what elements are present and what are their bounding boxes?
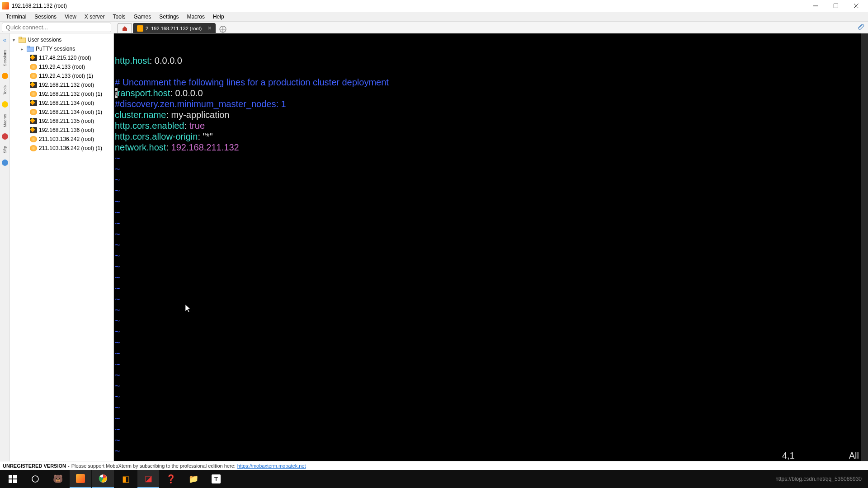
session-item[interactable]: 192.168.211.134 (root) (1) [10,108,113,117]
task-app-4[interactable]: ◪ [137,470,159,488]
rail-dot-icon [2,73,8,79]
vim-empty-line: ~ [115,326,867,337]
start-button[interactable] [2,470,24,488]
expander-icon[interactable]: ▸ [21,47,25,52]
rail-dot-icon [2,160,8,166]
session-item[interactable]: 192.168.211.135 (root) [10,117,113,126]
task-mobaxterm[interactable] [70,470,91,488]
vim-empty-line: ~ [115,261,867,272]
vim-empty-line: ~ [115,283,867,294]
session-item[interactable]: 119.29.4.133 (root) [10,62,113,71]
expander-icon[interactable]: ▾ [13,38,17,42]
terminal-line: # Uncomment the following lines for a pr… [115,77,867,88]
terminal-line [115,66,867,77]
quickconnect-row: 2. 192.168.211.132 (root) ✕ ⨁ [0,22,868,33]
tab-close-icon[interactable]: ✕ [208,25,212,31]
session-item[interactable]: 192.168.211.136 (root) [10,126,113,135]
close-button[interactable] [846,0,866,12]
vim-empty-line: ~ [115,435,867,446]
session-item[interactable]: 192.168.211.134 (root) [10,99,113,108]
vim-empty-line: ~ [115,424,867,435]
session-label: 192.168.211.132 (root) (1) [39,91,102,97]
terminal-line: http.cors.allow-origin: "*" [115,131,867,142]
task-app-5[interactable]: ❓ [160,470,182,488]
tree-root-label: User sessions [28,37,61,43]
minimize-button[interactable] [805,0,826,12]
terminal-icon [30,118,37,124]
menu-help[interactable]: Help [209,13,228,21]
session-item[interactable]: 192.168.211.132 (root) (1) [10,89,113,99]
svg-rect-1 [834,4,838,8]
session-item[interactable]: 211.103.136.242 (root) (1) [10,144,113,153]
session-item[interactable]: 211.103.136.242 (root) [10,135,113,144]
menu-xserver[interactable]: X server [80,13,109,21]
globe-icon [30,145,37,151]
windows-taskbar: 🐻 ◧ ◪ ❓ 📁 T https://blog.csdn.net/qq_536… [0,470,868,488]
task-app-3[interactable]: ◧ [115,470,137,488]
menu-view[interactable]: View [61,13,80,21]
vim-empty-line: ~ [115,207,867,218]
task-explorer[interactable]: 📁 [183,470,204,488]
rail-sessions[interactable]: Sessions [3,49,7,67]
session-item[interactable]: 119.29.4.133 (root) (1) [10,71,113,80]
cortana-button[interactable] [24,470,46,488]
rail-tools[interactable]: Tools [3,84,7,96]
rail-macros[interactable]: Macros [3,113,7,128]
attachment-icon[interactable] [854,22,868,33]
task-app-6[interactable]: T [205,470,227,488]
maximize-button[interactable] [826,0,846,12]
vim-empty-line: ~ [115,174,867,185]
cursor-position: 4,1 [782,450,795,461]
quick-connect-input[interactable] [2,23,111,32]
vim-empty-line: ~ [115,272,867,283]
terminal-scrollbar[interactable] [861,33,868,461]
footer-bar: UNREGISTERED VERSION - Please support Mo… [0,461,868,470]
tab-add-button[interactable]: ⨁ [217,24,229,33]
vim-empty-line: ~ [115,370,867,380]
menu-macros[interactable]: Macros [183,13,209,21]
terminal-line: cluster.name: my-application [115,109,867,120]
menu-settings[interactable]: Settings [155,13,183,21]
tree-putty[interactable]: ▸ PuTTY sessions [10,44,113,53]
session-label: 117.48.215.120 (root) [39,55,91,61]
terminal-line: #discovery.zen.minimum_master_nodes: 1 [115,99,867,109]
vim-empty-line: ~ [115,359,867,370]
vim-empty-line: ~ [115,348,867,359]
tab-session-active[interactable]: 2. 192.168.211.132 (root) ✕ [133,23,216,33]
tree-root[interactable]: ▾ User sessions [10,35,113,44]
system-tray[interactable]: https://blog.csdn.net/qq_536086930 [775,476,866,482]
task-chrome[interactable] [92,470,114,488]
menu-terminal[interactable]: Terminal [2,13,30,21]
folder-icon [27,46,34,52]
unregistered-label: UNREGISTERED VERSION [3,463,66,469]
menu-games[interactable]: Games [130,13,156,21]
session-label: 192.168.211.132 (root) [39,82,94,88]
task-app-1[interactable]: 🐻 [47,470,69,488]
globe-icon [30,109,37,115]
svg-rect-5 [19,37,22,39]
rail-sftp[interactable]: Sftp [3,145,7,154]
scroll-status: All [849,450,859,461]
session-label: 192.168.211.134 (root) [39,100,94,106]
vim-empty-line: ~ [115,413,867,424]
vim-empty-line: ~ [115,337,867,348]
session-label: 192.168.211.134 (root) (1) [39,109,102,115]
globe-icon [30,64,37,70]
vim-empty-line: ~ [115,391,867,402]
footer-link[interactable]: https://mobaxterm.mobatek.net [237,463,306,469]
watermark-text: https://blog.csdn.net/qq_536086930 [775,476,862,482]
globe-icon [30,136,37,142]
vim-empty-line: ~ [115,196,867,207]
collapse-sidebar-icon[interactable]: « [3,36,7,43]
terminal-icon [30,55,37,61]
menu-tools[interactable]: Tools [109,13,130,21]
session-item[interactable]: 192.168.211.132 (root) [10,80,113,89]
vim-empty-line: ~ [115,402,867,413]
sessions-sidebar: ▾ User sessions ▸ PuTTY sessions 117.48.… [10,33,114,461]
menu-sessions[interactable]: Sessions [30,13,61,21]
tab-home[interactable] [118,23,132,33]
terminal[interactable]: http.host: 0.0.0.0 # Uncomment the follo… [114,33,868,461]
session-item[interactable]: 117.48.215.120 (root) [10,53,113,62]
vim-empty-line: ~ [115,380,867,391]
vim-empty-line: ~ [115,305,867,315]
